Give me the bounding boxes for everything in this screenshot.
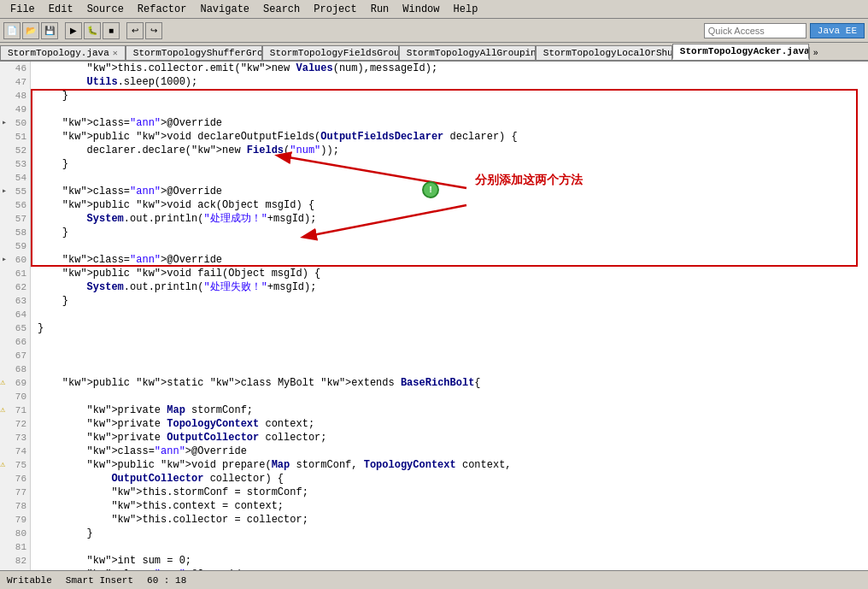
code-line-74[interactable]: "kw">class="ann">@Override (31, 445, 868, 458)
gutter-line-72: 72 (0, 417, 30, 431)
menu-file[interactable]: File (3, 2, 42, 17)
toolbar-save[interactable]: 💾 (41, 22, 58, 39)
gutter-line-82: 82 (0, 554, 30, 568)
code-line-78[interactable]: "kw">this.context = context; (31, 499, 868, 513)
gutter-line-46: 46 (0, 62, 30, 75)
code-line-60-[interactable]: "kw">class="ann">@Override (31, 253, 868, 267)
gutter-line-63: 63 (0, 294, 30, 308)
gutter-line-70: 70 (0, 390, 30, 403)
code-line-68[interactable] (31, 362, 868, 376)
tab-0[interactable]: StormTopology.java ✕ (0, 45, 126, 60)
toolbar: 📄 📂 💾 ▶ 🐛 ■ ↩ ↪ Java EE (0, 19, 868, 43)
tab-5[interactable]: StormTopologyAcker.java ✕ (672, 44, 809, 60)
code-line-71[interactable]: "kw">private Map stormConf; (31, 403, 868, 417)
gutter-line-66: 66 (0, 335, 30, 349)
status-bar: Writable Smart Insert 60 : 18 (0, 570, 868, 589)
gutter-line-54: 54 (0, 171, 30, 185)
gutter-line-64: 64 (0, 308, 30, 321)
toolbar-open[interactable]: 📂 (22, 22, 39, 39)
code-line-76[interactable]: OutputCollector collector) { (31, 472, 868, 486)
gutter-line-56: 56 (0, 198, 30, 212)
code-line-65[interactable]: } (31, 321, 868, 335)
code-line-63[interactable]: } (31, 294, 868, 308)
gutter-line-47: 47 (0, 75, 30, 89)
code-line-66[interactable] (31, 335, 868, 349)
code-line-61[interactable]: "kw">public "kw">void fail(Object msgId)… (31, 267, 868, 280)
gutter-line-80: 80 (0, 527, 30, 540)
line-number-gutter: 46474849▸5051525354▸5556575859▸606162636… (0, 62, 31, 570)
code-line-80[interactable]: } (31, 527, 868, 540)
code-line-70[interactable] (31, 390, 868, 403)
tab-3[interactable]: StormTopologyAllGrouping.java ✕ (399, 45, 536, 60)
code-line-73[interactable]: "kw">private OutputCollector collector; (31, 431, 868, 445)
gutter-line-68: 68 (0, 362, 30, 376)
menu-refactor[interactable]: Refactor (131, 2, 194, 17)
gutter-line-69: ⚠69 (0, 376, 30, 390)
code-line-56[interactable]: "kw">public "kw">void ack(Object msgId) … (31, 198, 868, 212)
code-line-75[interactable]: "kw">public "kw">void prepare(Map stormC… (31, 458, 868, 472)
status-writable: Writable (7, 575, 52, 586)
menu-help[interactable]: Help (447, 2, 485, 17)
gutter-line-75: ⚠75 (0, 458, 30, 472)
gutter-line-71: ⚠71 (0, 403, 30, 417)
toolbar-debug[interactable]: 🐛 (84, 22, 101, 39)
code-line-58[interactable]: } (31, 226, 868, 239)
gutter-line-52: 52 (0, 144, 30, 157)
code-line-67[interactable] (31, 349, 868, 362)
code-line-77[interactable]: "kw">this.stormConf = stormConf; (31, 486, 868, 499)
tab-2[interactable]: StormTopologyFieldsGrouping.java ✕ (262, 45, 399, 60)
tab-4[interactable]: StormTopologyLocalOrShufferGro... ✕ (536, 45, 672, 60)
code-line-57[interactable]: System.out.println("处理成功！"+msgId); (31, 212, 868, 226)
code-line-50-[interactable]: "kw">class="ann">@Override (31, 116, 868, 130)
code-line-46[interactable]: "kw">this.collector.emit("kw">new Values… (31, 62, 868, 75)
code-line-51[interactable]: "kw">public "kw">void declareOutputField… (31, 130, 868, 144)
code-line-59[interactable] (31, 239, 868, 253)
menu-source[interactable]: Source (80, 2, 131, 17)
gutter-line-77: 77 (0, 486, 30, 499)
menu-window[interactable]: Window (396, 2, 446, 17)
code-line-72[interactable]: "kw">private TopologyContext context; (31, 417, 868, 431)
toolbar-redo[interactable]: ↪ (145, 22, 162, 39)
code-line-49[interactable] (31, 103, 868, 116)
code-line-54[interactable] (31, 171, 868, 185)
gutter-line-81: 81 (0, 540, 30, 554)
menu-run[interactable]: Run (364, 2, 396, 17)
code-line-47[interactable]: Utils.sleep(1000); (31, 75, 868, 89)
gutter-line-59: 59 (0, 239, 30, 253)
gutter-line-74: 74 (0, 445, 30, 458)
toolbar-new[interactable]: 📄 (3, 22, 21, 39)
gutter-line-60-: ▸60 (0, 253, 30, 267)
gutter-line-51: 51 (0, 130, 30, 144)
status-position: 60 : 18 (147, 575, 186, 586)
menu-navigate[interactable]: Navigate (193, 2, 256, 17)
code-editor[interactable]: "kw">this.collector.emit("kw">new Values… (31, 62, 868, 570)
tab-1[interactable]: StormTopologyShufferGrouping.java ✕ (126, 45, 262, 60)
code-line-64[interactable] (31, 308, 868, 321)
quick-access-input[interactable] (704, 23, 806, 38)
menu-edit[interactable]: Edit (42, 2, 80, 17)
tab-close-0[interactable]: ✕ (113, 48, 118, 58)
gutter-line-57: 57 (0, 212, 30, 226)
code-line-82[interactable]: "kw">int sum = 0; (31, 554, 868, 568)
gutter-line-53: 53 (0, 157, 30, 171)
status-insert-mode: Smart Insert (66, 575, 133, 586)
code-line-53[interactable]: } (31, 157, 868, 171)
code-line-62[interactable]: System.out.println("处理失败！"+msgId); (31, 280, 868, 294)
tab-overflow[interactable]: » (809, 47, 822, 60)
gutter-line-48: 48 (0, 89, 30, 103)
menu-search[interactable]: Search (256, 2, 307, 17)
code-line-83-[interactable]: "kw">class="ann">@Override (31, 568, 868, 570)
toolbar-undo[interactable]: ↩ (126, 22, 144, 39)
code-line-81[interactable] (31, 540, 868, 554)
code-line-48[interactable]: } (31, 89, 868, 103)
menu-project[interactable]: Project (307, 2, 363, 17)
gutter-line-79: 79 (0, 513, 30, 527)
toolbar-run[interactable]: ▶ (65, 22, 82, 39)
code-line-52[interactable]: declarer.declare("kw">new Fields("num"))… (31, 144, 868, 157)
code-line-79[interactable]: "kw">this.collector = collector; (31, 513, 868, 527)
toolbar-stop[interactable]: ■ (103, 22, 120, 39)
code-line-55-[interactable]: "kw">class="ann">@Override (31, 185, 868, 198)
gutter-line-73: 73 (0, 431, 30, 445)
gutter-line-65: 65 (0, 321, 30, 335)
code-line-69[interactable]: "kw">public "kw">static "kw">class MyBol… (31, 376, 868, 390)
